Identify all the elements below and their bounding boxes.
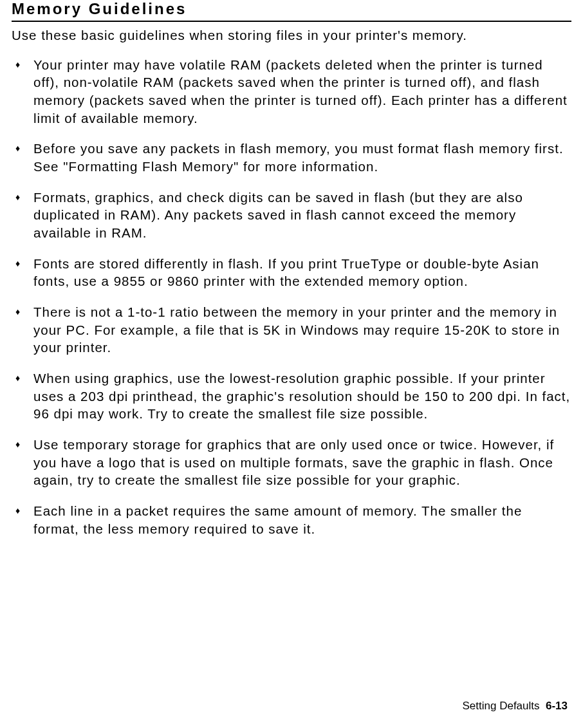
list-item-text: Fonts are stored differently in flash. I… [33, 255, 571, 290]
footer-page-number: 6-13 [546, 700, 568, 712]
list-item: ♦ Fonts are stored differently in flash.… [12, 255, 571, 290]
list-item: ♦ Each line in a packet requires the sam… [12, 502, 571, 537]
page-footer: Setting Defaults 6-13 [463, 700, 568, 713]
diamond-bullet-icon: ♦ [12, 436, 33, 453]
diamond-bullet-icon: ♦ [12, 56, 33, 73]
intro-text: Use these basic guidelines when storing … [12, 27, 571, 44]
footer-section: Setting Defaults [463, 700, 540, 712]
list-item: ♦ Use temporary storage for graphics tha… [12, 436, 571, 489]
diamond-bullet-icon: ♦ [12, 369, 33, 386]
list-item-text: Formats, graphics, and check digits can … [33, 189, 571, 242]
list-item-text: Before you save any packets in flash mem… [33, 140, 571, 175]
diamond-bullet-icon: ♦ [12, 189, 33, 205]
diamond-bullet-icon: ♦ [12, 140, 33, 156]
list-item: ♦ There is not a 1-to-1 ratio between th… [12, 303, 571, 357]
list-item: ♦ When using graphics, use the lowest-re… [12, 369, 571, 423]
list-item-text: When using graphics, use the lowest-reso… [33, 369, 571, 423]
list-item: ♦ Your printer may have volatile RAM (pa… [12, 56, 571, 127]
list-item-text: There is not a 1-to-1 ratio between the … [33, 303, 571, 357]
list-item: ♦ Formats, graphics, and check digits ca… [12, 189, 571, 242]
list-item-text: Use temporary storage for graphics that … [33, 436, 571, 489]
page-heading: Memory Guidelines [12, 0, 571, 18]
diamond-bullet-icon: ♦ [12, 255, 33, 272]
diamond-bullet-icon: ♦ [12, 303, 33, 320]
heading-rule [12, 21, 571, 22]
list-item-text: Your printer may have volatile RAM (pack… [33, 56, 571, 127]
list-item-text: Each line in a packet requires the same … [33, 502, 571, 537]
list-item: ♦ Before you save any packets in flash m… [12, 140, 571, 175]
bullet-list: ♦ Your printer may have volatile RAM (pa… [12, 56, 571, 538]
diamond-bullet-icon: ♦ [12, 502, 33, 519]
